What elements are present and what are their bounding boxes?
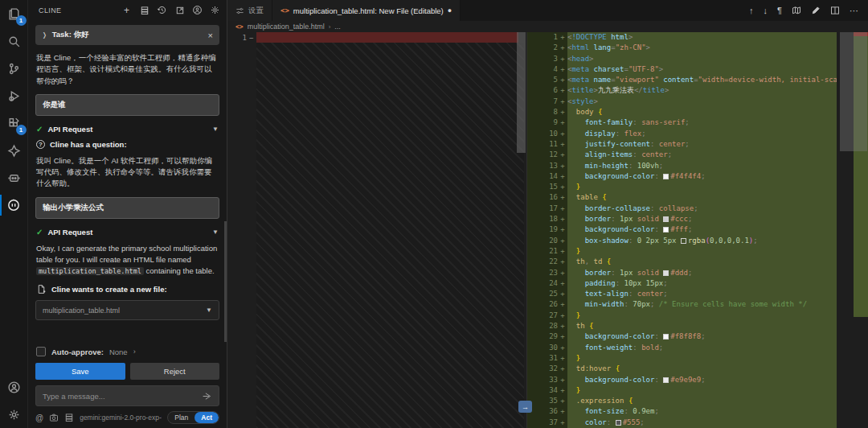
task-card[interactable]: ❭ Task: 你好 × [35,25,219,45]
code-line: 21+ } [527,246,837,257]
check-icon: ✓ [36,228,43,237]
plan-toggle[interactable]: Plan [168,412,194,423]
cline-header: CLINE + [28,0,227,20]
code-line: 27+ } [527,311,837,321]
screenshot-icon[interactable] [49,413,59,422]
explorer-icon[interactable]: 1 [0,0,28,27]
sidebar-scrollbar[interactable] [224,221,227,342]
code-line: 37+ color: #555; [527,418,837,428]
panel-settings-icon[interactable] [210,5,220,15]
save-button[interactable]: Save [35,363,125,380]
left-scrollbar-thumb[interactable] [517,32,526,153]
color-swatch [681,238,686,244]
auto-approve-row[interactable]: Auto-approve: None › [36,347,219,356]
code-line: 10+ display: flex; [527,129,837,139]
revert-block-arrow-icon[interactable]: → [518,401,532,413]
api-request-row[interactable]: ✓ API Request ▼ [36,125,219,134]
diff-editor: 1− 1+<!DOCTYPE html>2+<html lang="zh-CN"… [227,32,868,428]
modified-dot[interactable]: ● [448,6,452,14]
color-swatch [663,216,669,222]
user-message: 输出小学乘法公式 [35,197,219,219]
diff-empty-region [256,43,524,428]
code-line: 11+ justify-content: center; [527,139,837,150]
tab-diff-file[interactable]: <> multiplication_table.html: New File (… [272,0,461,21]
task-expand-chevron[interactable]: ❭ [42,31,47,39]
edit-pencil-icon[interactable] [811,6,821,15]
message-input[interactable]: Type a message... [35,385,219,406]
color-swatch [616,420,621,426]
tab-settings[interactable]: 设置 [227,0,272,21]
api-request-row[interactable]: ✓ API Request ▼ [36,228,219,237]
explorer-badge: 1 [16,15,27,26]
chevron-down-icon: ▼ [206,307,212,314]
open-changes-icon[interactable] [792,6,801,15]
diff-added-lines: 1+<!DOCTYPE html>2+<html lang="zh-CN">3+… [527,32,837,428]
cline-sidebar: CLINE + ❭ Task: 你好 × 我是 Cline，一个经验丰富的软件工… [28,0,227,428]
run-debug-icon[interactable] [0,82,28,109]
code-line: 33+ background-color: #e9e9e9; [527,375,837,385]
code-line: 9+ font-family: sans-serif; [527,117,837,128]
code-line: 30+ font-weight: bold; [527,343,837,353]
new-file-label: Cline wants to create a new file: [51,285,219,294]
whitespace-icon[interactable]: ¶ [777,6,782,15]
account-icon[interactable] [0,373,28,401]
chevron-down-icon[interactable]: ▼ [212,228,219,236]
split-editor-icon[interactable] [830,6,840,15]
cline-icon[interactable] [0,191,28,219]
code-line: 22+ th, td { [527,257,837,267]
code-line: 5+<meta name="viewport" content="width=d… [527,75,837,85]
new-file-row: Cline wants to create a new file: [36,284,219,294]
color-swatch [663,334,669,340]
ai-extension-icon[interactable] [0,137,28,164]
model-name[interactable]: gemini:gemini-2.0-pro-exp-02-05 [80,414,162,422]
task-close-icon[interactable]: × [208,31,213,40]
question-label: Cline has a question: [50,140,219,149]
previous-change-icon[interactable]: ↑ [749,6,754,15]
sliders-icon [235,6,244,15]
assistant-intro-text: 我是 Cline，一个经验丰富的软件工程师，精通多种编程语言、框架、设计模式和最… [36,52,219,87]
settings-gear-icon[interactable] [0,401,28,428]
next-change-icon[interactable]: ↓ [764,6,768,15]
chevron-down-icon[interactable]: ▼ [212,126,219,133]
new-file-name: multiplication_table.html [43,307,206,315]
auto-approve-chevron[interactable]: › [133,348,136,356]
send-icon[interactable] [202,391,212,401]
task-text: 你好 [73,30,88,39]
color-swatch [663,227,669,233]
search-icon[interactable] [0,27,28,55]
new-file-dropdown[interactable]: multiplication_table.html ▼ [35,300,219,320]
new-task-icon[interactable]: + [121,5,132,15]
reject-button[interactable]: Reject [130,363,220,380]
mcp-icon[interactable] [64,413,74,422]
source-control-icon[interactable] [0,55,28,82]
activity-bar: 1 1 [0,0,28,428]
diff-original-pane[interactable]: 1− [227,32,526,428]
open-in-editor-icon[interactable] [174,5,185,15]
mcp-servers-icon[interactable] [139,5,149,15]
auto-approve-value: None [109,348,128,356]
history-icon[interactable] [157,5,167,15]
account-icon[interactable] [192,5,203,15]
code-line: 18+ border: 1px solid #ccc; [527,214,837,224]
api-request-label: API Request [47,228,207,237]
robot-face-icon[interactable] [0,164,28,191]
auto-approve-checkbox[interactable] [36,347,46,356]
mode-toggle: Plan Act [167,411,219,424]
html-file-icon: <> [280,6,289,14]
breadcrumb[interactable]: <> multiplication_table.html › ... [227,21,868,32]
extensions-icon[interactable]: 1 [0,109,28,137]
color-swatch [663,377,669,383]
diff-modified-pane[interactable]: 1+<!DOCTYPE html>2+<html lang="zh-CN">3+… [526,32,868,428]
code-line: 28+ th { [527,321,837,331]
act-toggle[interactable]: Act [194,412,219,423]
code-line: 34+ } [527,385,837,396]
code-line: 25+ text-align: center; [527,289,837,299]
code-line: 8+ body { [527,107,837,117]
right-scrollbar-thumb[interactable] [840,32,867,151]
code-line: 16+ table { [527,192,837,203]
code-line: 19+ background-color: #fff; [527,224,837,235]
message-placeholder: Type a message... [43,392,202,401]
more-actions-icon[interactable]: ⋯ [850,6,858,16]
code-line: 4+<meta charset="UTF-8"> [527,64,837,75]
mention-icon[interactable]: @ [35,414,43,422]
